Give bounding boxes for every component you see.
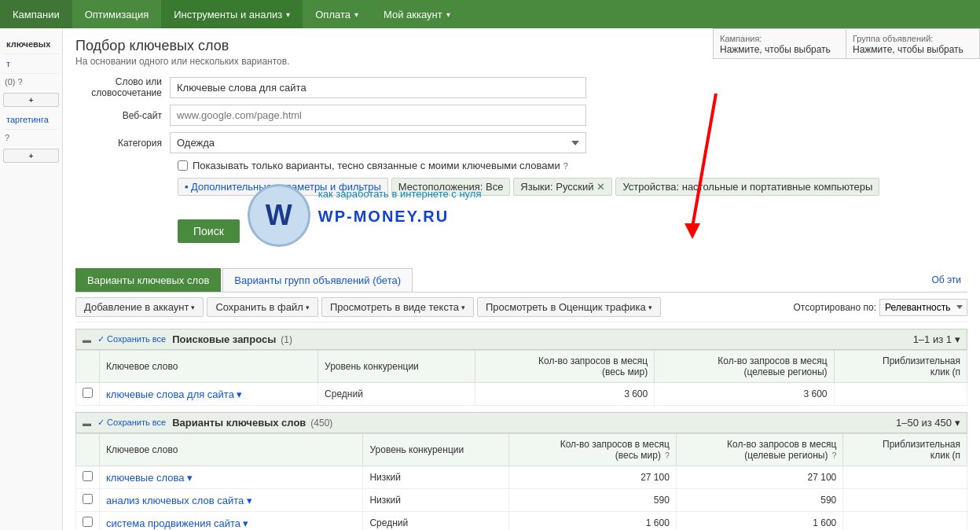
section2-keyword-link-1[interactable]: анализ ключевых слов сайта [106, 495, 244, 506]
website-input[interactable] [170, 105, 586, 126]
adgroup-selector[interactable]: Группа объявлений: Нажмите, чтобы выбрат… [846, 28, 980, 59]
filter-row: ▪ Дополнительные параметры и фильтры Мес… [178, 178, 967, 196]
section2-row2-keyword: система продвижения сайта ▾ [100, 512, 363, 531]
section1-col-cpc: Приблизительнаяклик (п [834, 351, 967, 383]
section2-keyword-link-0[interactable]: ключевые слова [106, 472, 184, 484]
filter-pill-devices: Устройства: настольные и портативные ком… [615, 178, 879, 196]
add-caret-icon: ▾ [191, 304, 195, 311]
section2-row0-keyword: ключевые слова ▾ [100, 466, 363, 489]
section1-col-cb [76, 351, 100, 383]
filter-pill-language-close[interactable]: ✕ [596, 181, 605, 193]
filter-expand-button[interactable]: ▪ Дополнительные параметры и фильтры [178, 178, 388, 196]
section2-row1-keyword: анализ ключевых слов сайта ▾ [100, 489, 363, 512]
website-row: Веб-сайт [75, 105, 967, 126]
red-arrow-svg [669, 86, 732, 243]
sidebar: ключевых т (0) ? + таргетинга ? + [0, 28, 63, 530]
section2-row0-cb [76, 466, 100, 489]
table-row: ключевые слова ▾ Низкий 27 100 27 100 [76, 466, 967, 489]
sidebar-add-btn-2[interactable]: + [3, 149, 59, 163]
svg-marker-1 [685, 223, 700, 239]
section1-row1-local: 3 600 [655, 383, 834, 406]
section1-row1-checkbox[interactable] [83, 388, 93, 398]
campaign-selector[interactable]: Кампания: Нажмите, чтобы выбрать [713, 28, 846, 59]
keyword-form: Слово илисловосочетание Веб-сайт Категор… [75, 76, 967, 259]
section1: ▬ ✓ Сохранить все Поисковые запросы (1) … [75, 329, 967, 406]
main-content: Кампания: Нажмите, чтобы выбрать Группа … [63, 28, 980, 530]
save-to-file-button[interactable]: Сохранить в файл ▾ [207, 297, 318, 317]
section1-pager-nav-icon[interactable]: ▾ [955, 333, 960, 345]
section2-row0-cpc [843, 466, 967, 489]
section2-keyword-dropdown-2[interactable]: ▾ [243, 517, 248, 529]
section2-row0-global: 27 100 [509, 466, 676, 489]
section2: ▬ ✓ Сохранить все Варианты ключевых слов… [75, 412, 967, 530]
section2-row2-competition: Средний [363, 512, 509, 531]
svg-line-0 [692, 94, 716, 227]
sidebar-item-t[interactable]: т [3, 54, 59, 74]
tab-adgroup-variants[interactable]: Варианты групп объявлений (бета) [222, 268, 413, 292]
category-select[interactable]: Одежда [170, 132, 586, 153]
nav-tools[interactable]: Инструменты и анализ ▾ [161, 0, 303, 28]
tabs-left: Варианты ключевых слов Варианты групп об… [75, 268, 414, 292]
section1-collapse-icon[interactable]: ▬ [83, 335, 91, 344]
sort-select[interactable]: Релевантность [879, 299, 967, 316]
watermark-text2: WP-MONEY.RU [318, 208, 449, 226]
section2-col-keyword: Ключевое слово [100, 434, 363, 466]
section2-collapse-icon[interactable]: ▬ [83, 418, 91, 428]
section2-row1-competition: Низкий [363, 489, 509, 512]
section1-row1-competition: Средний [318, 383, 475, 406]
section1-row1-keyword: ключевые слова для сайта ▾ [100, 383, 318, 406]
view-traffic-button[interactable]: Просмотреть в Оценщик трафика ▾ [477, 297, 661, 317]
nav-campaigns[interactable]: Кампании [0, 0, 72, 28]
section2-local-help[interactable]: ? [832, 451, 837, 460]
section1-header-row: Ключевое слово Уровень конкуренции Кол-в… [76, 351, 967, 383]
section1-header: ▬ ✓ Сохранить все Поисковые запросы (1) … [75, 329, 967, 350]
table-row: ключевые слова для сайта ▾ Средний 3 600… [76, 383, 967, 406]
section2-header-row: Ключевое слово Уровень конкуренции Кол-в… [76, 434, 967, 466]
section2-col-competition: Уровень конкуренции [363, 434, 509, 466]
category-label: Категория [75, 138, 170, 149]
section1-col-competition: Уровень конкуренции [318, 351, 475, 383]
section2-keyword-link-2[interactable]: система продвижения сайта [106, 517, 240, 529]
keyword-input[interactable] [170, 77, 586, 98]
section1-row1-cb [76, 383, 100, 406]
section2-keyword-dropdown-0[interactable]: ▾ [187, 472, 193, 484]
add-to-account-button[interactable]: Добавление в аккаунт ▾ [75, 297, 204, 317]
red-arrow-container [669, 86, 732, 245]
section1-col-keyword: Ключевое слово [100, 351, 318, 383]
filter-checkbox[interactable] [178, 160, 188, 171]
checkbox-help-icon[interactable]: ? [563, 161, 568, 171]
keyword-label: Слово илисловосочетание [75, 76, 170, 98]
nav-optimization[interactable]: Оптимизация [72, 0, 162, 28]
section2-row1-cb [76, 489, 100, 512]
watermark-logo-letter: W [266, 199, 292, 232]
section2-row2-local: 1 600 [676, 512, 842, 531]
nav-account[interactable]: Мой аккаунт ▾ [371, 0, 463, 28]
sidebar-label-1: (0) ? [3, 74, 59, 90]
section1-save-all[interactable]: ✓ Сохранить все [97, 334, 166, 344]
section2-pager-nav-icon[interactable]: ▾ [955, 417, 960, 429]
about-link[interactable]: Об эти [925, 274, 967, 285]
section2-save-all[interactable]: ✓ Сохранить все [97, 418, 166, 428]
table-row: анализ ключевых слов сайта ▾ Низкий 590 … [76, 489, 967, 512]
view-text-button[interactable]: Просмотреть в виде текста ▾ [321, 297, 474, 317]
section2-count: (450) [310, 418, 332, 429]
section2-row0-checkbox[interactable] [83, 471, 93, 481]
view-traffic-caret-icon: ▾ [648, 304, 652, 311]
section2-row1-checkbox[interactable] [83, 494, 93, 504]
sidebar-item-targeting[interactable]: таргетинга [3, 110, 59, 130]
section1-keyword-dropdown[interactable]: ▾ [237, 388, 242, 400]
section2-global-help[interactable]: ? [665, 451, 670, 460]
section1-keyword-link[interactable]: ключевые слова для сайта [106, 388, 234, 400]
top-navigation: Кампании Оптимизация Инструменты и анали… [0, 0, 980, 28]
filter-pill-location: Местоположения: Все [391, 178, 511, 196]
search-button[interactable]: Поиск [178, 219, 240, 243]
section2-row2-checkbox[interactable] [83, 517, 93, 527]
section2-row1-cpc [843, 489, 967, 512]
sidebar-item-keywords[interactable]: ключевых [3, 35, 59, 54]
view-text-caret-icon: ▾ [461, 304, 465, 311]
filter-checkbox-row: Показывать только варианты, тесно связан… [178, 160, 967, 171]
sidebar-add-btn-1[interactable]: + [3, 93, 59, 107]
section2-keyword-dropdown-1[interactable]: ▾ [247, 495, 252, 506]
tab-keyword-variants[interactable]: Варианты ключевых слов [75, 268, 221, 292]
nav-payment[interactable]: Оплата ▾ [303, 0, 371, 28]
